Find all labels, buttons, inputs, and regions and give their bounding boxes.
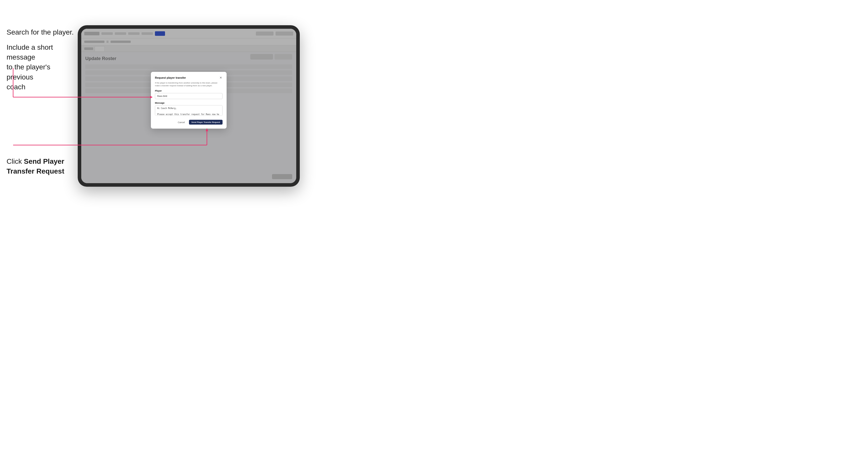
message-label: Message	[155, 102, 222, 104]
annotation-click-text: Click Send PlayerTransfer Request	[6, 156, 72, 176]
tablet-device: Update Roster Request player transfer ✕	[78, 25, 300, 187]
modal-overlay: Request player transfer ✕ If the player …	[81, 29, 296, 183]
player-input[interactable]	[155, 93, 222, 99]
annotation-message-text: Include a short messageto the player's p…	[6, 42, 72, 92]
annotation-search-text: Search for the player.	[6, 27, 74, 37]
request-transfer-modal: Request player transfer ✕ If the player …	[151, 72, 226, 129]
cancel-button[interactable]: Cancel	[176, 120, 187, 125]
modal-title: Request player transfer	[155, 76, 186, 79]
modal-description: If the player is transferring from anoth…	[155, 82, 222, 87]
modal-footer: Cancel Send Player Transfer Request	[155, 120, 222, 125]
message-textarea[interactable]: Hi Coach McHarg, Please accept this tran…	[155, 105, 222, 116]
send-transfer-button[interactable]: Send Player Transfer Request	[189, 120, 222, 125]
player-label: Player	[155, 90, 222, 92]
tablet-screen: Update Roster Request player transfer ✕	[81, 29, 296, 183]
modal-header: Request player transfer ✕	[155, 76, 222, 80]
modal-close-button[interactable]: ✕	[219, 76, 222, 80]
